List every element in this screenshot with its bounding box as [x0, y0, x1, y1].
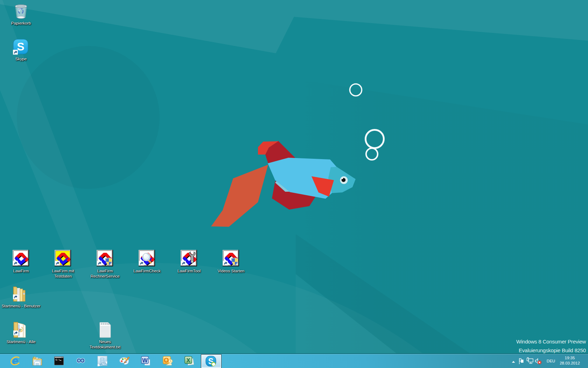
svg-text:C:\: C:\: [56, 359, 61, 361]
svg-text:∞: ∞: [77, 355, 85, 366]
svg-text:O: O: [164, 356, 169, 364]
svg-text:W: W: [142, 357, 148, 363]
svg-text:X: X: [187, 357, 190, 363]
svg-text:S: S: [17, 40, 24, 53]
